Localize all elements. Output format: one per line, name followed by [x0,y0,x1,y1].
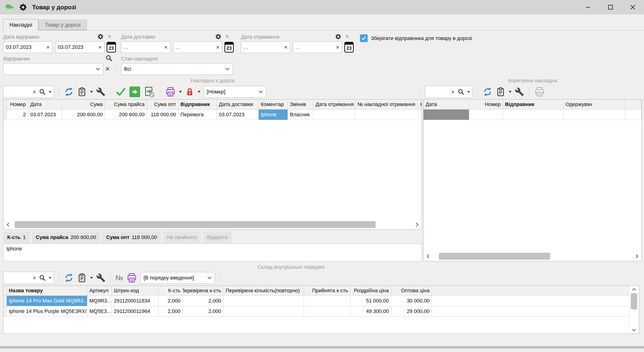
col-header[interactable]: Штрих-код [112,286,158,296]
cell-suma[interactable]: 200 600,00 [62,110,105,120]
scrollbar-thumb[interactable] [631,293,637,310]
lock-dropdown-icon[interactable] [198,91,200,93]
cell-product-name[interactable]: Iphone 14 Plus Purple MQ5E3RX/... [7,306,87,317]
date-delivery-to-input[interactable]: . .× [173,41,222,53]
col-header[interactable]: Н [418,100,422,110]
cell-retail-price[interactable]: 51 000,00 [350,296,391,306]
refresh-button[interactable] [64,87,74,97]
clipboard-dropdown-icon[interactable] [90,91,93,93]
cell-sender[interactable]: Перемога [178,110,217,120]
search-options-dropdown-icon[interactable] [49,91,52,93]
search-icon[interactable] [458,88,464,95]
date-delivery-gear-icon[interactable] [215,33,222,40]
col-header[interactable]: Номер [469,100,503,110]
cell-changed-by[interactable]: Власник [288,110,314,120]
col-header[interactable]: Дата отримання [314,100,355,110]
cell-qty[interactable]: 2,000 [158,296,183,306]
clipboard-button[interactable] [77,87,87,97]
cell-checked-qty[interactable]: 2,000 [183,306,224,317]
col-header[interactable]: Дата [424,100,469,110]
col-header[interactable]: К-сть [158,286,183,296]
sort-combo[interactable]: [Номер] [204,86,266,98]
date-received-from-input[interactable]: . .× [241,41,290,53]
clear-icon[interactable]: × [32,88,36,96]
search-icon[interactable] [39,274,46,281]
cancel-transfer-button[interactable] [144,86,155,98]
date-delivery-clear-icon[interactable]: × [226,33,229,39]
clipboard-button[interactable] [77,273,87,283]
date-sent-clear-icon[interactable]: × [108,33,111,39]
tab-nakladni[interactable]: Накладні [3,19,38,30]
sender-search-icon[interactable] [105,54,113,62]
col-header[interactable]: Дата [28,100,62,110]
cell-qty[interactable]: 2,000 [158,306,183,317]
maximize-button[interactable] [599,0,622,14]
col-header[interactable]: Назва товару [7,286,87,296]
sender-clear-icon[interactable]: × [105,64,110,73]
transfer-button[interactable] [130,86,140,97]
cell-number[interactable] [469,110,503,120]
col-header[interactable]: Перевірена к-сть [183,286,224,296]
date-received-to-input[interactable]: . .× [293,41,342,53]
cell-number[interactable]: 2 [7,110,28,120]
numero-button[interactable]: № [116,274,123,282]
col-header[interactable]: Роздрібна ціна [350,286,391,296]
cell-product-name-selected[interactable]: Iphone 14 Pro Max Gold MQ9R3... [7,296,87,306]
print-button[interactable] [165,86,176,97]
minimize-button[interactable] [577,0,599,14]
lock-button[interactable] [185,87,194,96]
cell-checked-qty2[interactable] [224,306,304,317]
refresh-button[interactable] [64,273,74,283]
cell-suma-opt[interactable]: 118 000,00 [147,110,178,120]
left-search-input[interactable]: × [3,86,54,98]
cell-article[interactable]: MQ9R3... [87,296,112,306]
col-header[interactable]: Дата доставки [217,100,259,110]
date-sent-gear-icon[interactable] [97,33,104,40]
close-button[interactable] [622,0,644,14]
cell-delivery-date[interactable]: 03.07.2023 [217,110,259,120]
cell-suma-praisa[interactable]: 200 600,00 [105,110,147,120]
clear-icon[interactable]: × [336,44,340,51]
cell-sender[interactable] [503,110,564,120]
cell-barcode[interactable]: 2911200011834 [112,296,158,306]
clear-icon[interactable]: × [32,274,36,282]
col-header[interactable]: Артикул [87,286,112,296]
cell-extra[interactable] [418,110,422,120]
goods-row[interactable]: Iphone 14 Plus Purple MQ5E3RX/... MQ5E3.… [4,306,630,317]
clipboard-button[interactable] [496,87,506,97]
col-header[interactable]: Перевірена кількість(повторно) [224,286,304,296]
col-header[interactable]: Сума прайса [105,100,147,110]
goods-row[interactable]: Iphone 14 Pro Max Gold MQ9R3... MQ9R3...… [4,296,630,306]
col-header[interactable]: Змінив [288,100,314,110]
cell-retail-price[interactable]: 49 300,00 [350,306,391,317]
invoice-row[interactable]: 2 03.07.2023 200 600,00 200 600,00 118 0… [4,110,422,120]
print-button[interactable] [126,272,137,283]
scrollbar-thumb[interactable] [439,253,550,260]
col-header[interactable]: № накладної отримання [355,100,418,110]
col-header[interactable]: Прийнята к-сть [304,286,350,296]
col-header[interactable]: Відправник [503,100,564,110]
scroll-up-arrow[interactable] [630,286,638,293]
cell-checked-qty[interactable]: 2,000 [183,296,224,306]
correction-row[interactable] [424,110,642,120]
clear-icon[interactable]: × [46,44,50,51]
goods-vertical-scrollbar[interactable] [629,286,639,334]
cell-checked-qty2[interactable] [224,296,304,306]
refresh-button[interactable] [483,87,492,97]
sender-combo[interactable] [3,63,104,75]
left-horizontal-scrollbar[interactable] [4,221,421,228]
col-header[interactable]: Коментар [259,100,288,110]
cell-received-number[interactable] [355,110,418,120]
col-header[interactable]: Оптова ціна [391,286,432,296]
keep-sender-checkbox[interactable] [360,34,368,42]
cell-wholesale-price[interactable]: 29 000,00 [391,306,432,317]
cell-article[interactable]: MQ5E3... [87,306,112,317]
clear-icon[interactable]: × [284,44,288,51]
tab-tovar-u-dorozi[interactable]: Товар у дорозі [38,20,87,30]
bottom-splitter[interactable] [0,346,644,349]
cell-barcode[interactable]: 2911200011964 [112,306,158,317]
bottom-search-input[interactable]: × [3,272,54,284]
calendar-icon[interactable]: 23 [107,42,116,52]
wrench-button[interactable] [96,87,106,96]
scroll-left-arrow[interactable] [424,252,432,260]
